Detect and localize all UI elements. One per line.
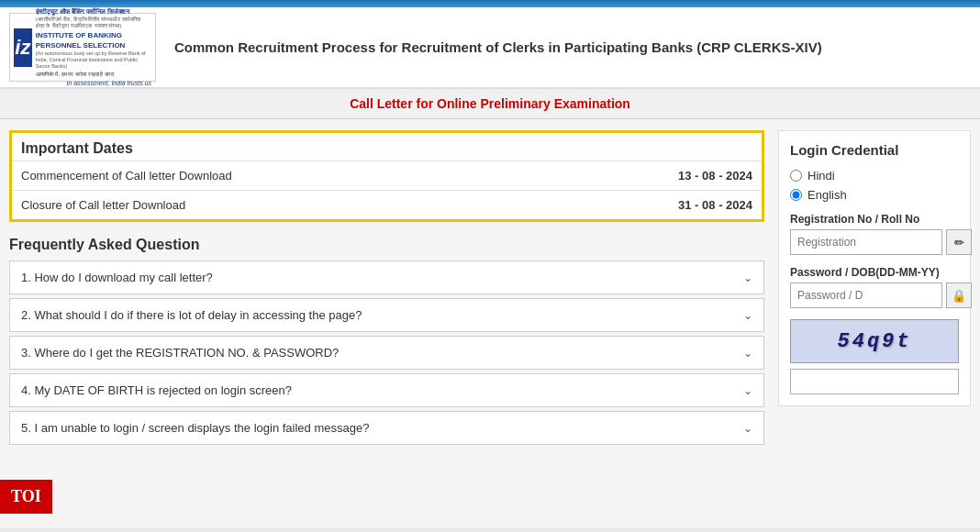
language-radio-group: Hindi English <box>790 169 959 202</box>
subheader-bar: Call Letter for Online Preliminary Exami… <box>0 89 980 119</box>
login-box: Login Credential Hindi English Registrat… <box>778 130 971 406</box>
institute-sub-hindi: (भारतीय रिज़र्व बैंक, केंद्रीय वित्तीय स… <box>36 17 151 29</box>
page-header: iz इंस्टीट्यूट ऑफ बैंकिंग पर्सोनिल सिलेक… <box>0 7 980 89</box>
chevron-down-icon-3: ⌄ <box>743 347 752 360</box>
table-row: Commencement of Call letter Download 13 … <box>12 161 762 191</box>
date-label-2: Closure of Call letter Download <box>12 191 546 220</box>
radio-english-label[interactable]: English <box>790 188 959 202</box>
radio-english[interactable] <box>790 189 802 201</box>
date-label-1: Commencement of Call letter Download <box>12 161 546 191</box>
right-panel: Login Credential Hindi English Registrat… <box>778 130 971 517</box>
radio-hindi-label[interactable]: Hindi <box>790 169 959 183</box>
faq-text-5: 5. I am unable to login / screen display… <box>21 421 369 435</box>
faq-text-2: 2. What should I do if there is lot of d… <box>21 308 362 322</box>
faq-text-4: 4. My DATE OF BIRTH is rejected on login… <box>21 383 292 397</box>
date-value-2: 31 - 08 - 2024 <box>546 191 762 220</box>
ibps-logo-box: iz <box>14 28 32 67</box>
logo-text-block: इंस्टीट्यूट ऑफ बैंकिंग पर्सोनिल सिलेक्शन… <box>36 7 151 87</box>
edit-icon: ✏ <box>954 236 964 249</box>
radio-hindi-text: Hindi <box>807 169 835 183</box>
toi-label: TOI <box>11 487 41 505</box>
left-panel: Important Dates Commencement of Call let… <box>9 130 764 517</box>
faq-item-3[interactable]: 3. Where do I get the REGISTRATION NO. &… <box>9 336 764 370</box>
toi-badge: TOI <box>0 480 52 514</box>
faq-text-3: 3. Where do I get the REGISTRATION NO. &… <box>21 346 339 360</box>
chevron-down-icon-5: ⌄ <box>743 422 752 435</box>
captcha-text: 54q9t <box>837 330 911 353</box>
faq-item-2[interactable]: 2. What should I do if there is lot of d… <box>9 298 764 332</box>
institute-name-en: INSTITUTE OF BANKING PERSONNEL SELECTION <box>36 31 151 50</box>
tagline-hindi: आत्मनिर्भर में, हम पर भरोसा रखता है भारत <box>36 72 151 79</box>
login-title: Login Credential <box>790 142 959 158</box>
dates-table: Commencement of Call letter Download 13 … <box>12 161 762 219</box>
lock-icon-button[interactable]: 🔒 <box>946 283 972 308</box>
faq-text-1: 1. How do I download my call letter? <box>21 271 213 284</box>
institute-hindi-name: इंस्टीट्यूट ऑफ बैंकिंग पर्सोनिल सिलेक्शन <box>36 7 151 16</box>
faq-item-4[interactable]: 4. My DATE OF BIRTH is rejected on login… <box>9 373 764 407</box>
chevron-down-icon-4: ⌄ <box>743 384 752 397</box>
radio-hindi[interactable] <box>790 170 802 182</box>
radio-english-text: English <box>807 188 847 202</box>
chevron-down-icon-1: ⌄ <box>743 272 752 284</box>
password-input[interactable] <box>790 283 942 308</box>
faq-title: Frequently Asked Question <box>9 237 764 253</box>
subheader-text: Call Letter for Online Preliminary Exami… <box>350 96 630 111</box>
registration-input[interactable] <box>790 229 942 255</box>
lock-icon: 🔒 <box>952 289 966 303</box>
captcha-input[interactable] <box>790 369 959 394</box>
logo-ibps-row: iz इंस्टीट्यूट ऑफ बैंकिंग पर्सोनिल सिलेक… <box>14 7 151 87</box>
date-value-1: 13 - 08 - 2024 <box>546 161 762 191</box>
institute-tagline-en: (An autonomous body set up by Reserve Ba… <box>36 50 151 70</box>
reg-label: Registration No / Roll No <box>790 213 959 226</box>
faq-item-1[interactable]: 1. How do I download my call letter? ⌄ <box>9 260 764 294</box>
important-dates-box: Important Dates Commencement of Call let… <box>9 130 764 222</box>
password-label: Password / DOB(DD-MM-YY) <box>790 266 959 279</box>
edit-icon-button[interactable]: ✏ <box>946 229 972 255</box>
faq-item-5[interactable]: 5. I am unable to login / screen display… <box>9 411 764 445</box>
important-dates-title: Important Dates <box>12 133 762 161</box>
captcha-image: 54q9t <box>790 319 959 363</box>
main-content: Important Dates Commencement of Call let… <box>0 119 980 528</box>
password-input-row: 🔒 <box>790 283 959 308</box>
table-row: Closure of Call letter Download 31 - 08 … <box>12 191 762 220</box>
chevron-down-icon-2: ⌄ <box>743 309 752 322</box>
institute-bottom: In assessment, India trusts us <box>36 79 151 87</box>
ibps-logo: iz इंस्टीट्यूट ऑफ बैंकिंग पर्सोनिल सिलेक… <box>9 13 156 82</box>
reg-input-row: ✏ <box>790 229 959 255</box>
page-title: Common Recruitment Process for Recruitme… <box>156 38 971 57</box>
